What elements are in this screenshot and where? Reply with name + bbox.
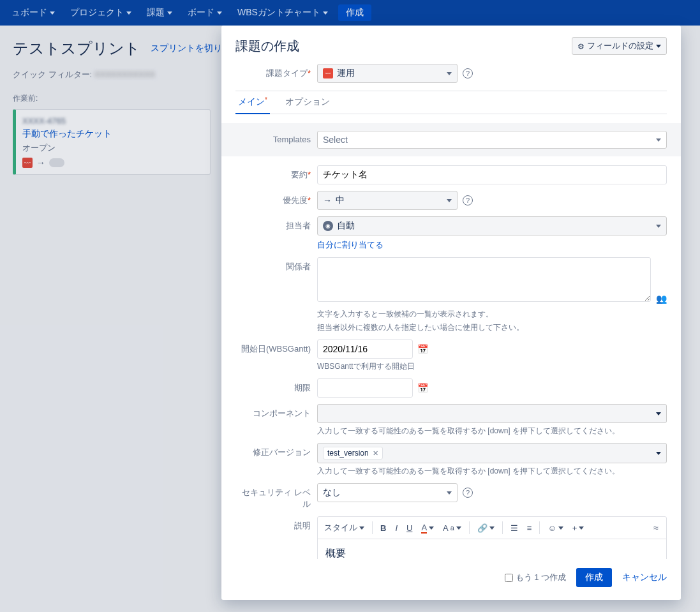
- security-label: セキュリティ レベル: [235, 483, 317, 510]
- templates-label: Templates: [235, 131, 317, 144]
- chevron-down-icon: [447, 491, 452, 495]
- watchers-hint-1: 文字を入力すると一致候補の一覧が表示されます。: [317, 309, 667, 320]
- priority-label: 優先度*: [235, 191, 317, 206]
- templates-select[interactable]: Select: [317, 131, 667, 149]
- priority-select[interactable]: →中: [317, 191, 458, 210]
- dialog-title: 課題の作成: [235, 38, 299, 55]
- start-date-label: 開始日(WBSGantt): [235, 340, 317, 355]
- rte-more-format-button[interactable]: Aa: [439, 521, 465, 535]
- assignee-label: 担当者: [235, 216, 317, 232]
- help-icon[interactable]: ?: [463, 68, 473, 78]
- components-label: コンポーネント: [235, 404, 317, 419]
- chevron-down-icon: [579, 526, 584, 530]
- field-config-button[interactable]: フィールドの設定: [572, 37, 667, 55]
- components-select[interactable]: [317, 404, 667, 423]
- rte-bold-button[interactable]: B: [376, 521, 390, 535]
- issue-type-icon: 〰: [323, 68, 333, 78]
- fix-version-select[interactable]: test_version✕: [317, 443, 667, 463]
- chevron-down-icon: [489, 526, 495, 530]
- chevron-down-icon: [656, 45, 661, 48]
- create-another-input[interactable]: [505, 574, 513, 582]
- people-icon[interactable]: 👥: [656, 294, 667, 304]
- avatar-icon: ◉: [323, 221, 333, 231]
- chevron-down-icon: [359, 526, 364, 530]
- fix-version-tag: test_version✕: [323, 447, 383, 459]
- rich-text-editor: スタイル B I U A Aa 🔗 ☰ ≡ ☺ +: [317, 516, 667, 559]
- priority-medium-icon: →: [323, 195, 332, 205]
- issue-type-label: 課題タイプ*: [235, 64, 317, 79]
- help-icon[interactable]: ?: [463, 195, 473, 205]
- calendar-icon[interactable]: 📅: [415, 378, 429, 398]
- rte-heading-1: 概要: [325, 547, 659, 559]
- chevron-down-icon: [447, 199, 452, 202]
- help-icon[interactable]: ?: [463, 488, 473, 498]
- assignee-select[interactable]: ◉自動: [317, 216, 667, 235]
- security-select[interactable]: なし: [317, 483, 458, 502]
- gear-icon: [577, 41, 585, 51]
- summary-input[interactable]: [317, 165, 667, 184]
- chevron-down-icon: [429, 526, 434, 530]
- description-label: 説明: [235, 516, 317, 532]
- issue-type-select[interactable]: 〰運用: [317, 64, 458, 83]
- form-tabs: メイン* オプション: [235, 91, 667, 114]
- fix-version-label: 修正バージョン: [235, 443, 317, 458]
- create-button[interactable]: 作成: [576, 568, 612, 587]
- chevron-down-icon: [456, 526, 461, 530]
- rte-collapse-button[interactable]: ≈: [648, 520, 664, 535]
- due-date-input[interactable]: [317, 378, 413, 398]
- rte-toolbar: スタイル B I U A Aa 🔗 ☰ ≡ ☺ +: [318, 517, 666, 539]
- rte-link-button[interactable]: 🔗: [473, 521, 498, 535]
- create-issue-dialog: 課題の作成 フィールドの設定 課題タイプ* 〰運用 ? メイン* オプション: [221, 26, 681, 600]
- chevron-down-icon: [656, 225, 661, 228]
- fix-version-hint: 入力して一致する可能性のある一覧を取得するか [down] を押下して選択してく…: [317, 466, 667, 477]
- calendar-icon[interactable]: 📅: [415, 340, 429, 359]
- watchers-label: 関係者: [235, 257, 317, 272]
- rte-content[interactable]: 概要 テストチケット 対応内容: [318, 539, 666, 559]
- chevron-down-icon: [656, 452, 661, 455]
- rte-color-button[interactable]: A: [417, 520, 438, 536]
- rte-underline-button[interactable]: U: [403, 521, 416, 535]
- rte-style-button[interactable]: スタイル: [320, 519, 368, 536]
- chevron-down-icon: [656, 138, 661, 142]
- assign-to-me-link[interactable]: 自分に割り当てる: [317, 239, 384, 251]
- summary-label: 要約*: [235, 165, 317, 181]
- cancel-button[interactable]: キャンセル: [622, 572, 667, 583]
- watchers-input[interactable]: [317, 257, 651, 302]
- components-hint: 入力して一致する可能性のある一覧を取得するか [down] を押下して選択してく…: [317, 426, 667, 437]
- tab-main[interactable]: メイン*: [235, 91, 270, 114]
- rte-italic-button[interactable]: I: [391, 521, 401, 535]
- chevron-down-icon: [656, 412, 661, 415]
- rte-number-list-button[interactable]: ≡: [523, 521, 536, 535]
- create-another-checkbox[interactable]: もう 1 つ作成: [505, 572, 566, 583]
- chevron-down-icon: [447, 72, 452, 75]
- due-date-label: 期限: [235, 378, 317, 394]
- start-date-input[interactable]: [317, 340, 413, 359]
- start-date-hint: WBSGanttで利用する開始日: [317, 361, 667, 372]
- watchers-hint-2: 担当者以外に複数の人を指定したい場合に使用して下さい。: [317, 322, 667, 333]
- rte-emoji-button[interactable]: ☺: [544, 521, 567, 535]
- rte-bullet-list-button[interactable]: ☰: [507, 521, 522, 535]
- rte-insert-button[interactable]: +: [569, 521, 588, 535]
- chevron-down-icon: [558, 526, 563, 530]
- tab-option[interactable]: オプション: [283, 91, 332, 114]
- remove-tag-icon[interactable]: ✕: [373, 449, 378, 458]
